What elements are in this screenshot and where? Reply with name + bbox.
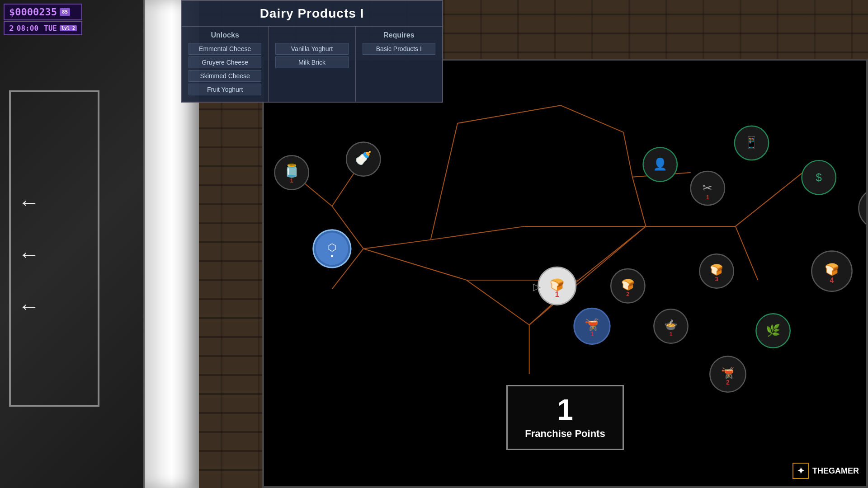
info-panel: Dairy Products I Unlocks Emmental Cheese… — [181, 0, 443, 103]
unlock-item-3: Milk Brick — [275, 56, 348, 68]
svg-text:▷: ▷ — [533, 281, 541, 292]
svg-text:✂: ✂ — [703, 182, 712, 194]
node-milk-bottle: 🍼 — [346, 142, 380, 176]
svg-line-21 — [736, 173, 803, 226]
svg-text:1: 1 — [290, 177, 293, 184]
svg-line-10 — [632, 177, 646, 226]
svg-line-11 — [431, 226, 525, 240]
svg-line-17 — [363, 249, 467, 280]
node-phone: 📱 — [735, 126, 769, 160]
thegamer-logo: ✦ THEGAMER — [793, 463, 859, 479]
hud-topleft: $0000235 85 2 08:00 TUE lvl 2 — [4, 4, 82, 35]
day-name: TUE — [44, 24, 57, 33]
svg-line-6 — [458, 105, 561, 123]
svg-line-22 — [736, 226, 758, 280]
svg-text:🫕: 🫕 — [585, 318, 599, 332]
svg-text:⬡: ⬡ — [328, 242, 336, 253]
node-jar: 🫙 1 — [274, 155, 308, 189]
unlocks-header-spacer: - — [275, 31, 348, 39]
svg-line-7 — [561, 105, 623, 132]
svg-text:2: 2 — [726, 379, 730, 386]
svg-text:🍼: 🍼 — [355, 150, 372, 166]
svg-text:1: 1 — [706, 194, 709, 201]
time-value: 08:00 — [17, 24, 38, 33]
level-badge: 85 — [60, 8, 70, 16]
unlocks-header: Unlocks — [189, 31, 261, 39]
unlock-item-5: Fruit Yoghurt — [189, 84, 261, 95]
lvl-num: 2 — [72, 26, 75, 31]
svg-text:🍞: 🍞 — [550, 278, 565, 292]
svg-text:1: 1 — [590, 330, 594, 338]
requires-item-0: Basic Products I — [363, 43, 435, 55]
svg-text:👤: 👤 — [653, 157, 668, 171]
franchise-number: 1 — [517, 395, 613, 424]
node-pot-small: 🍲 1 — [654, 309, 688, 343]
svg-text:3: 3 — [715, 276, 718, 282]
svg-text:🍞: 🍞 — [710, 263, 723, 276]
franchise-label: Franchise Points — [517, 428, 613, 440]
node-dairy-active: ⬡ ● — [313, 230, 351, 267]
svg-line-5 — [431, 123, 458, 240]
unlock-item-4: Skimmed Cheese — [189, 70, 261, 82]
arrow-group: ← ← ← — [18, 190, 40, 319]
node-leaf: 🌿 — [756, 314, 790, 347]
node-dairy-pot-blue: 🫕 1 — [574, 308, 610, 344]
lvl-label: lvl — [61, 26, 70, 31]
node-bread-2: 🍞 2 — [611, 269, 645, 303]
info-panel-title: Dairy Products I — [182, 1, 442, 26]
node-bread-3: 🍞 3 — [699, 254, 733, 288]
svg-text:$: $ — [816, 171, 822, 183]
arrow-left-2: ← — [18, 242, 40, 267]
node-dollar: $ — [802, 160, 836, 194]
svg-text:4: 4 — [830, 277, 834, 284]
logo-icon: ✦ — [793, 463, 809, 479]
node-comb: ⠿ 1 — [859, 188, 866, 229]
svg-text:🫕: 🫕 — [721, 366, 735, 379]
unlocks-section-2: - Vanilla Yoghurt Milk Brick — [269, 27, 355, 102]
unlock-item-2: Gruyere Cheese — [189, 56, 261, 68]
svg-line-8 — [623, 132, 632, 177]
svg-text:1: 1 — [555, 291, 559, 298]
svg-text:1: 1 — [669, 331, 672, 338]
node-scissors: ✂ 1 — [691, 171, 725, 205]
money-display: $0000235 85 — [4, 4, 82, 20]
logo-text: THEGAMER — [812, 466, 859, 476]
node-bread-4: 🍞 4 — [811, 251, 852, 291]
time-display: 2 08:00 TUE lvl 2 — [4, 21, 82, 35]
franchise-box: 1 Franchise Points — [506, 385, 624, 450]
svg-text:📱: 📱 — [744, 136, 759, 150]
money-value: $0000235 — [9, 6, 57, 18]
skill-tree-panel[interactable]: 🫙 1 🍼 ⬡ ● 🍞 1 ▷ 🫕 1 — [262, 59, 868, 488]
node-pot-large-2: 🫕 2 — [710, 356, 745, 392]
logo-icon-symbol: ✦ — [797, 465, 805, 476]
unlocks-section: Unlocks Emmental Cheese Gruyere Cheese S… — [182, 27, 269, 102]
svg-text:🍲: 🍲 — [664, 318, 678, 331]
day-num: 2 — [9, 23, 14, 33]
svg-text:2: 2 — [626, 291, 629, 297]
svg-text:🫙: 🫙 — [284, 163, 300, 178]
svg-line-18 — [467, 280, 529, 325]
info-panel-body: Unlocks Emmental Cheese Gruyere Cheese S… — [182, 26, 442, 102]
unlock-item-0: Emmental Cheese — [189, 43, 261, 55]
arrow-left-3: ← — [18, 294, 40, 319]
arrow-left-1: ← — [18, 190, 40, 215]
node-bread-1-selected: 🍞 1 — [538, 267, 576, 305]
svg-text:🍞: 🍞 — [621, 278, 635, 291]
requires-header: Requires — [363, 31, 435, 39]
svg-text:🌿: 🌿 — [766, 324, 781, 338]
svg-text:🍞: 🍞 — [825, 263, 840, 277]
svg-line-4 — [363, 240, 431, 249]
lvl-badge: lvl 2 — [60, 25, 77, 31]
node-person: 👤 — [643, 147, 677, 181]
unlock-item-1: Vanilla Yoghurt — [275, 43, 348, 55]
svg-text:●: ● — [330, 253, 334, 259]
requires-section: Requires Basic Products I — [356, 27, 442, 102]
svg-point-57 — [859, 188, 866, 229]
